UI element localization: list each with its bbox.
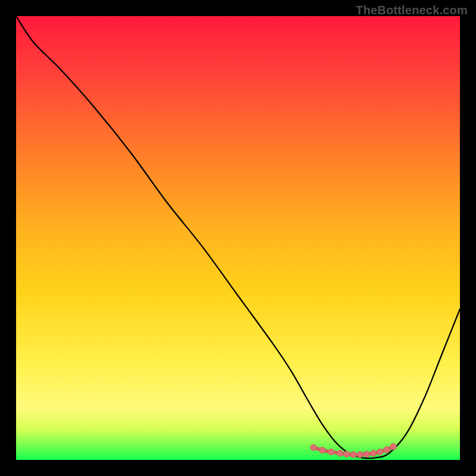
marker-dot xyxy=(357,452,363,458)
marker-dot xyxy=(320,447,325,453)
attribution-label: TheBottleneck.com xyxy=(356,4,468,17)
marker-dot xyxy=(337,450,343,456)
marker-dot xyxy=(311,444,317,450)
marker-dot xyxy=(328,449,334,455)
gradient-background xyxy=(16,16,460,460)
marker-dot xyxy=(370,450,376,456)
marker-dot xyxy=(384,447,390,453)
marker-dot xyxy=(377,449,383,455)
chart-frame: TheBottleneck.com xyxy=(0,0,476,476)
marker-dot xyxy=(344,451,350,457)
marker-dot xyxy=(364,451,369,457)
marker-dot xyxy=(390,443,396,449)
marker-dot xyxy=(350,452,356,458)
bottleneck-chart-svg xyxy=(16,16,460,460)
plot-area xyxy=(16,16,460,460)
